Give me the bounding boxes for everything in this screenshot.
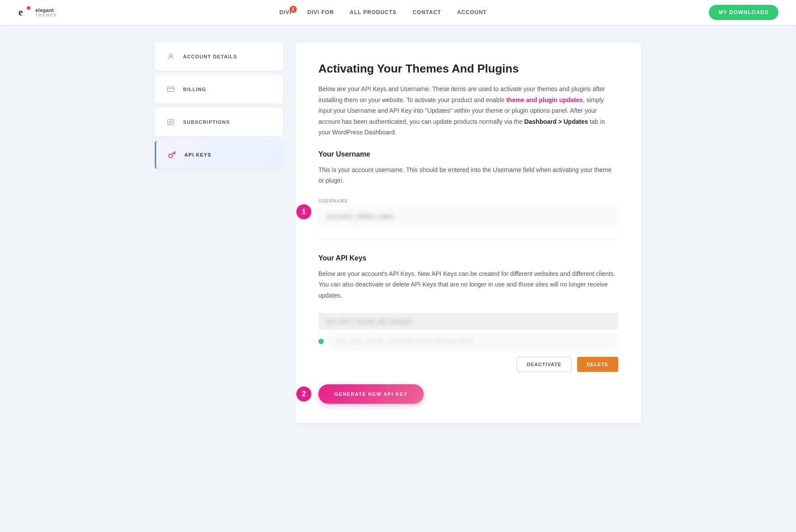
delete-button[interactable]: DELETE xyxy=(577,357,618,372)
username-input[interactable] xyxy=(318,207,618,226)
my-downloads-button[interactable]: MY DOWNLOADS xyxy=(709,5,778,20)
main-layout: ACCOUNT DETAILS BILLING SUBSCRIPTION xyxy=(146,42,650,423)
billing-icon xyxy=(165,83,177,96)
generate-api-key-button[interactable]: GENERATE NEW API KEY xyxy=(318,384,424,404)
sidebar-item-account-details-label: ACCOUNT DETAILS xyxy=(183,54,237,59)
username-section: Your Username This is your account usern… xyxy=(318,150,618,226)
sidebar-item-billing-label: BILLING xyxy=(183,87,206,92)
nav-item-divi-for[interactable]: DIVI FOR xyxy=(307,9,334,15)
api-key-row: API KEY NAME BLURRED DEACTIVATE DELETE xyxy=(318,313,618,372)
sidebar-item-subscriptions[interactable]: SUBSCRIPTIONS xyxy=(155,108,283,136)
api-key-value-input[interactable] xyxy=(329,333,618,350)
svg-point-2 xyxy=(169,54,172,57)
nav-item-contact[interactable]: CONTACT xyxy=(413,9,441,15)
nav-item-divi[interactable]: DIVI 2 xyxy=(279,9,291,15)
logo-name-top: elegant xyxy=(35,8,57,13)
generate-button-wrapper: 2 GENERATE NEW API KEY xyxy=(318,384,424,404)
sidebar-item-subscriptions-label: SUBSCRIPTIONS xyxy=(183,119,230,125)
api-keys-title: Your API Keys xyxy=(318,254,618,262)
logo-name-bottom: themes xyxy=(35,13,57,17)
api-keys-description: Below are your account's API Keys. New A… xyxy=(318,268,618,301)
key-icon xyxy=(166,149,178,161)
svg-rect-3 xyxy=(168,87,174,92)
api-key-name-blurred: API KEY NAME BLURRED xyxy=(318,313,618,330)
divi-badge: 2 xyxy=(290,6,297,13)
header: e elegant themes DIVI 2 DIVI FOR ALL PRO… xyxy=(0,0,796,25)
subscriptions-icon xyxy=(165,116,177,128)
api-key-value-row xyxy=(318,333,618,350)
nav-item-account[interactable]: ACCOUNT xyxy=(457,9,487,15)
dashboard-updates-bold: Dashboard > Updates xyxy=(524,118,588,125)
sidebar-item-account-details[interactable]: ACCOUNT DETAILS xyxy=(155,42,283,71)
deactivate-button[interactable]: DEACTIVATE xyxy=(517,357,572,372)
api-key-actions: DEACTIVATE DELETE xyxy=(318,357,618,372)
step-1-badge: 1 xyxy=(296,204,311,219)
username-field-wrapper: 1 USERNAME xyxy=(318,199,618,226)
main-nav: DIVI 2 DIVI FOR ALL PRODUCTS CONTACT ACC… xyxy=(279,9,487,15)
username-description: This is your account username. This shou… xyxy=(318,165,618,186)
sidebar: ACCOUNT DETAILS BILLING SUBSCRIPTION xyxy=(155,42,283,423)
divider-1 xyxy=(318,240,618,240)
nav-item-all-products[interactable]: ALL PRODUCTS xyxy=(350,9,397,15)
sidebar-item-api-keys-label: API KEYS xyxy=(184,152,211,157)
content-area: Activating Your Themes And Plugins Below… xyxy=(295,42,641,423)
sidebar-item-api-keys[interactable]: API KEYS xyxy=(155,141,283,169)
person-icon xyxy=(165,50,177,63)
page-title: Activating Your Themes And Plugins xyxy=(318,62,618,76)
svg-text:e: e xyxy=(19,7,23,18)
intro-paragraph: Below are your API Keys and Username. Th… xyxy=(318,84,618,138)
username-title: Your Username xyxy=(318,150,618,158)
username-field-label: USERNAME xyxy=(318,199,618,203)
svg-point-9 xyxy=(169,154,172,157)
logo: e elegant themes xyxy=(18,4,57,20)
theme-plugin-updates-link[interactable]: theme and plugin updates xyxy=(506,96,583,103)
logo-icon: e xyxy=(18,4,34,20)
step-2-badge: 2 xyxy=(296,387,311,402)
api-key-status-dot xyxy=(318,339,324,344)
sidebar-item-billing[interactable]: BILLING xyxy=(155,75,283,103)
